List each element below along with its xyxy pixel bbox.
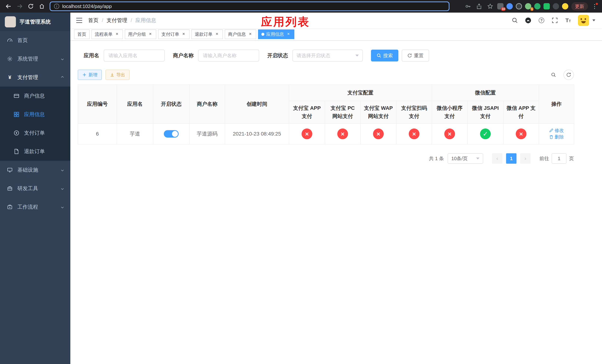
sidebar-collapse-button[interactable] [70, 13, 88, 28]
page-info-icon[interactable]: i [54, 4, 59, 9]
sidebar-item-infrastructure[interactable]: 基础设施 [0, 161, 70, 179]
tab-label: 应用信息 [266, 31, 284, 37]
wechat-app-status-icon: × [516, 128, 527, 139]
font-size-button[interactable]: TT [565, 17, 572, 24]
tab-home[interactable]: 首页 [74, 30, 90, 39]
sidebar-item-home[interactable]: 首页 [0, 31, 70, 50]
avatar-dropdown-caret[interactable] [592, 20, 595, 21]
close-icon[interactable]: × [214, 32, 220, 37]
cell-actions: 修改 删除 [539, 124, 574, 144]
close-icon[interactable]: × [286, 32, 291, 37]
user-avatar[interactable] [578, 15, 589, 26]
sidebar-item-label: 首页 [17, 37, 28, 44]
sidebar-item-app-info[interactable]: 应用信息 [0, 105, 70, 124]
chevron-down-icon [355, 55, 359, 56]
sidebar-item-label: 基础设施 [17, 166, 38, 173]
goto-label: 前往 [539, 155, 549, 162]
close-icon[interactable]: × [114, 32, 119, 37]
document-icon [13, 148, 20, 155]
app-name-input[interactable] [104, 50, 165, 62]
prev-page-button[interactable]: ‹ [492, 153, 502, 164]
extension-wechat-icon[interactable] [534, 3, 540, 10]
sidebar-item-workflow[interactable]: 工作流程 [0, 198, 70, 216]
chrome-update-button[interactable]: 更新 [571, 2, 588, 11]
password-key-button[interactable] [464, 2, 472, 10]
tab-flow-form[interactable]: 流程表单 × [91, 30, 123, 39]
extension-dark-icon[interactable] [516, 3, 522, 10]
url-text[interactable]: localhost:1024/pay/app [62, 3, 112, 9]
breadcrumb-home[interactable]: 首页 [88, 17, 98, 24]
header-search-button[interactable] [511, 17, 518, 24]
share-button[interactable] [475, 2, 483, 10]
url-bar[interactable]: i localhost:1024/pay/app [50, 1, 450, 11]
tab-refund-orders[interactable]: 退款订单 × [191, 30, 223, 39]
app-name-label: 应用名 [84, 52, 99, 59]
home-icon [39, 3, 45, 9]
toggle-search-button[interactable] [548, 70, 559, 80]
close-icon[interactable]: × [181, 32, 186, 37]
page-size-select[interactable]: 10条/页 [448, 153, 483, 164]
trash-icon [549, 135, 553, 139]
fullscreen-button[interactable] [551, 17, 558, 24]
enabled-switch[interactable] [164, 130, 179, 138]
merchant-name-input[interactable] [198, 50, 259, 62]
github-button[interactable] [525, 17, 532, 24]
extension-emoji-icon[interactable] [562, 3, 568, 10]
extension-green-square-icon[interactable] [544, 3, 550, 10]
close-icon[interactable]: × [248, 32, 253, 37]
search-button[interactable]: 搜索 [371, 50, 398, 62]
breadcrumb-payment[interactable]: 支付管理 [107, 17, 127, 24]
reload-button[interactable] [26, 1, 35, 11]
reset-button[interactable]: 重置 [402, 50, 429, 62]
forward-icon [17, 3, 22, 9]
question-icon: ? [539, 18, 544, 23]
sidebar-item-label: 退款订单 [24, 148, 45, 155]
close-icon[interactable]: × [148, 32, 153, 37]
tab-user-group[interactable]: 用户分组 × [125, 30, 156, 39]
add-button[interactable]: 新增 [78, 70, 102, 80]
docs-help-button[interactable]: ? [538, 17, 545, 24]
cell-created: 2021-10-23 08:49:25 [225, 124, 289, 144]
bookmark-button[interactable] [486, 2, 494, 10]
back-button[interactable] [4, 1, 13, 11]
back-icon [6, 3, 11, 9]
tab-merchant-info[interactable]: 商户信息 × [225, 30, 256, 39]
search-icon [376, 53, 381, 58]
chevron-down-icon [60, 168, 64, 172]
sidebar-item-merchant-info[interactable]: 商户信息 [0, 87, 70, 105]
sidebar-item-system[interactable]: 系统管理 [0, 50, 70, 68]
sidebar-item-pay-orders[interactable]: 支付订单 [0, 124, 70, 142]
sidebar: 芋道管理系统 首页 系统管理 [0, 13, 70, 364]
extension-icon[interactable]: 10 [497, 3, 504, 10]
pay-order-icon [13, 130, 20, 136]
status-select[interactable]: 请选择开启状态 [292, 50, 363, 62]
sidebar-item-payment[interactable]: ¥ 支付管理 [0, 68, 70, 87]
export-button[interactable]: 导出 [106, 70, 129, 80]
goto-page-input[interactable] [552, 153, 567, 164]
page-number-button[interactable]: 1 [506, 153, 516, 164]
sidebar-item-refund-orders[interactable]: 退款订单 [0, 142, 70, 161]
delete-link[interactable]: 删除 [549, 134, 564, 140]
extension-puzzle-icon[interactable] [553, 3, 559, 10]
group-alipay-config: 支付宝配置 [289, 85, 432, 101]
home-button[interactable] [37, 1, 47, 11]
chevron-up-icon [60, 75, 64, 79]
col-wechat-app: 微信 APP 支付 [503, 101, 539, 124]
tab-app-info[interactable]: 应用信息 × [258, 30, 294, 39]
forward-button[interactable] [15, 1, 24, 11]
refresh-table-button[interactable] [563, 70, 574, 80]
tab-pay-orders[interactable]: 支付订单 × [158, 30, 190, 39]
sidebar-item-dev-tools[interactable]: 研发工具 [0, 179, 70, 198]
extension-drop-icon[interactable] [506, 3, 513, 10]
browser-menu-button[interactable]: ⋮ [591, 3, 598, 10]
github-icon [525, 17, 531, 23]
next-page-button[interactable]: › [520, 153, 531, 164]
delete-link-label: 删除 [555, 134, 564, 140]
filter-form: 应用名 商户名称 开启状态 请选择开启状态 [84, 50, 574, 62]
profile-badge: 1 [530, 7, 534, 11]
extension-profile-icon[interactable]: 1 [525, 3, 531, 10]
edit-link[interactable]: 修改 [549, 127, 564, 133]
app-logo[interactable]: 芋道管理系统 [0, 13, 70, 31]
hamburger-icon [76, 18, 83, 23]
alipay-pc-status-icon: × [337, 128, 348, 139]
